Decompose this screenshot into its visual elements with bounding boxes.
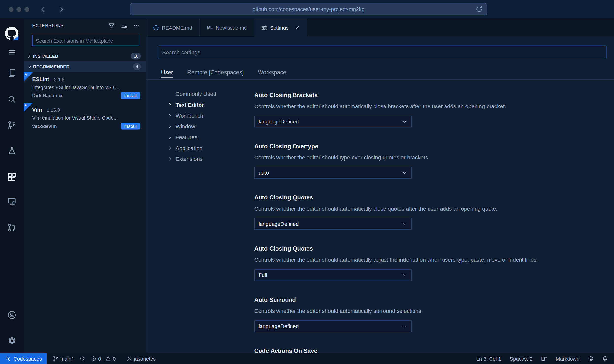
scope-tab-remote[interactable]: Remote [Codespaces] [187,66,244,79]
install-button[interactable]: Install [121,92,140,99]
address-bar[interactable]: github.com/codespaces/user-my-project-mg… [130,3,487,15]
close-icon[interactable] [295,25,300,30]
error-count: 0 [98,356,101,362]
setting-description: Controls whether the editor should autom… [254,101,601,111]
chevron-down-icon [402,272,407,278]
window-minimize-button[interactable] [16,7,21,12]
settings-list: Auto Closing Brackets Controls whether t… [254,91,601,353]
language-mode[interactable]: Markdown [556,356,579,362]
reload-icon[interactable] [476,5,483,13]
setting-title: Auto Closing Brackets [254,91,601,100]
toc-item-commonly-used[interactable]: Commonly Used [168,89,216,99]
run-debug-flask-icon[interactable] [7,146,16,155]
extension-author: Dirk Baeumer [32,93,63,98]
signed-in-user[interactable]: jasonetco [127,356,156,362]
tab-label: NewIssue.md [216,25,247,30]
editor-tab-bar: README.md M↓ NewIssue.md Settings [146,18,614,37]
search-icon[interactable] [7,95,16,104]
remote-explorer-icon[interactable] [7,197,16,206]
chevron-right-icon [168,113,176,118]
tab-readme[interactable]: README.md [146,18,200,37]
setting-select-value: languageDefined [259,221,299,227]
app-window: github.com/codespaces/user-my-project-mg… [0,0,614,364]
setting-select-value: auto [259,170,269,176]
github-pull-request-icon[interactable] [7,223,16,232]
extension-list-item[interactable]: ★ Vim 1.16.0 Vim emulation for Visual St… [24,103,146,134]
tab-label: Settings [270,25,289,31]
setting-item: Auto Surround Controls whether the edito… [254,296,601,332]
source-control-icon[interactable] [7,121,16,130]
problems-indicator[interactable]: 0 0 [91,356,116,362]
setting-select[interactable]: auto [254,167,412,179]
setting-select-value: languageDefined [259,119,299,124]
feedback-smiley-icon[interactable] [588,356,593,361]
menu-hamburger-icon[interactable] [8,49,16,56]
github-codespaces-logo-icon[interactable] [5,27,18,40]
install-button[interactable]: Install [121,123,140,130]
extension-description: Integrates ESLint JavaScript into VS C..… [32,85,140,90]
settings-scope-tabs: User Remote [Codespaces] Workspace [161,66,286,79]
codespaces-label: Codespaces [13,356,42,362]
setting-title: Auto Surround [254,296,601,304]
more-actions-icon[interactable]: ⋯ [133,24,139,28]
section-installed[interactable]: INSTALLED 16 [24,51,146,61]
error-icon [91,356,96,361]
eol-indicator[interactable]: LF [541,356,547,362]
star-icon: ★ [24,103,28,107]
toc-item-workbench[interactable]: Workbench [168,110,216,121]
chevron-down-icon [402,221,407,227]
sync-button[interactable] [79,356,85,361]
username: jasonetco [134,356,156,362]
extensions-sidebar: EXTENSIONS ⋯ INSTALLED 16 [24,18,146,353]
installed-count-badge: 16 [131,53,141,59]
settings-gear-icon[interactable] [7,336,16,345]
toc-item-window[interactable]: Window [168,121,216,132]
extensions-icon[interactable] [7,173,16,182]
section-recommended[interactable]: RECOMMENDED 4 [24,61,146,72]
chevron-down-icon [26,64,32,69]
toc-item-application[interactable]: Application [168,143,216,153]
cursor-position[interactable]: Ln 3, Col 1 [476,356,501,362]
settings-search-input[interactable] [158,46,607,59]
scope-divider [146,79,614,80]
extension-list-item[interactable]: ★ ESLint 2.1.8 Integrates ESLint JavaScr… [24,72,146,103]
toc-item-text-editor[interactable]: Text Editor [168,99,216,110]
account-icon[interactable] [7,310,16,319]
explorer-files-icon[interactable] [7,68,16,77]
filter-funnel-icon[interactable] [108,22,115,29]
branch-indicator[interactable]: main* [53,356,74,362]
setting-select[interactable]: languageDefined [254,320,412,332]
setting-select[interactable]: languageDefined [254,116,412,127]
sidebar-title: EXTENSIONS [32,23,108,28]
setting-item: Auto Closing Brackets Controls whether t… [254,91,601,128]
codespaces-remote-button[interactable]: Codespaces [0,353,47,364]
window-close-button[interactable] [9,7,13,12]
chevron-right-icon [168,102,176,107]
browser-forward-icon[interactable] [58,5,65,13]
scope-tab-workspace[interactable]: Workspace [258,66,286,79]
notifications-bell-icon[interactable] [602,356,608,361]
clear-search-results-icon[interactable] [121,22,127,29]
extension-author: vscodevim [32,123,57,129]
extensions-search-input[interactable] [32,35,139,46]
toc-item-extensions[interactable]: Extensions [168,153,216,164]
setting-description: Controls whether the editor should autom… [254,255,601,265]
extension-name: Vim [32,107,42,113]
window-zoom-button[interactable] [24,7,29,12]
scope-tab-user[interactable]: User [161,66,173,79]
tab-settings[interactable]: Settings [254,18,307,37]
info-circle-icon [153,25,159,30]
chevron-right-icon [168,146,176,150]
indentation-indicator[interactable]: Spaces: 2 [510,356,533,362]
settings-editor: User Remote [Codespaces] Workspace Commo… [146,37,614,353]
toc-item-features[interactable]: Features [168,132,216,143]
browser-back-icon[interactable] [39,5,47,13]
setting-description: Controls whether the editor should autom… [254,306,601,316]
setting-select[interactable]: languageDefined [254,218,412,230]
setting-item: Code Actions On Save [254,347,601,353]
setting-select[interactable]: Full [254,269,412,281]
settings-toc: Commonly Used Text Editor Workbench Wind… [168,89,216,164]
chevron-down-icon [402,119,407,124]
tab-newissue[interactable]: M↓ NewIssue.md [200,18,254,37]
warning-count: 0 [113,356,116,362]
